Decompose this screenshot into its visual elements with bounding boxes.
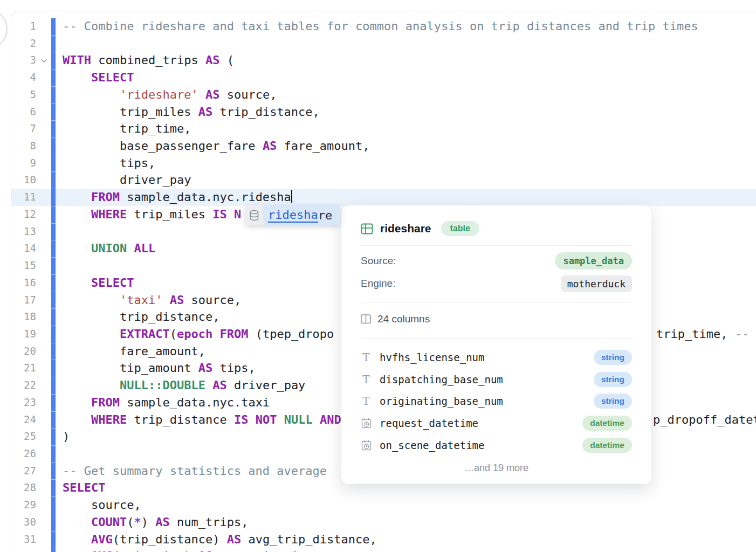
code-text: driver_pay	[56, 171, 756, 189]
code-line[interactable]: 5 'rideshare' AS source,	[11, 86, 756, 104]
calendar-clock-icon	[361, 440, 372, 451]
code-token	[63, 71, 91, 84]
code-token: avg_trip_distance,	[241, 533, 377, 546]
code-fragment: p_dropoff_datet	[653, 411, 756, 429]
code-line[interactable]: 1-- Combine rideshare and taxi tables fo…	[11, 18, 756, 35]
fold-gutter	[36, 274, 51, 292]
code-line[interactable]: 32 AVG(trip_time) AS avg_trip_time,	[11, 548, 756, 552]
column-name: request_datetime	[380, 417, 574, 429]
code-token	[63, 413, 91, 426]
code-line[interactable]: 8 base_passenger_fare AS fare_amount,	[11, 137, 756, 155]
fold-gutter	[36, 445, 51, 463]
popup-header: rideshare table	[361, 219, 632, 238]
code-token: AND	[320, 413, 341, 426]
fold-gutter	[36, 377, 51, 394]
code-token: tips,	[212, 361, 255, 375]
code-token: NULL	[284, 413, 313, 426]
line-number: 19	[11, 326, 36, 343]
line-number: 27	[11, 463, 36, 480]
code-line[interactable]: 9 tips,	[11, 155, 756, 172]
calendar-clock-icon	[361, 418, 372, 429]
divider	[361, 302, 632, 302]
change-indicator-bar	[51, 394, 56, 411]
code-line[interactable]: 30 COUNT(*) AS num_trips,	[11, 514, 756, 531]
code-text: COUNT(*) AS num_trips,	[56, 514, 756, 531]
code-token: base_passenger_fare	[63, 139, 263, 153]
code-token: trip_distance,	[212, 105, 320, 119]
popup-table-title: rideshare	[380, 222, 431, 235]
change-indicator-bar	[51, 171, 56, 189]
code-text: WITH combined_trips AS (	[56, 52, 756, 69]
fold-gutter	[36, 428, 51, 445]
code-token: source,	[63, 498, 141, 512]
code-line[interactable]: 31 AVG(trip_distance) AS avg_trip_distan…	[11, 531, 756, 548]
code-token: SELECT	[91, 71, 134, 84]
code-text: source,	[56, 496, 756, 514]
code-token: FROM	[91, 190, 120, 204]
code-token: (	[127, 515, 134, 529]
code-text: tips,	[56, 155, 756, 172]
code-line[interactable]: 3WITH combined_trips AS (	[11, 52, 756, 69]
line-number: 21	[11, 360, 36, 377]
floating-sidebar-toggle-button[interactable]	[0, 9, 8, 50]
code-token	[63, 378, 120, 392]
line-number: 29	[11, 496, 36, 514]
code-line[interactable]: 11 FROM sample_data.nyc.ridesha	[11, 189, 756, 206]
code-line[interactable]: 2	[11, 35, 756, 52]
line-number: 31	[11, 531, 36, 548]
code-token: avg_trip_time,	[212, 549, 320, 552]
fold-gutter	[36, 514, 51, 531]
code-token: p_dropoff_datet	[653, 413, 756, 426]
code-token: NULL::DOUBLE	[120, 378, 205, 392]
fold-gutter	[36, 292, 51, 309]
code-token: 'taxi'	[120, 293, 162, 307]
code-line[interactable]: 6 trip_miles AS trip_distance,	[11, 104, 756, 121]
code-token: --	[735, 327, 750, 341]
code-text	[56, 35, 756, 52]
change-indicator-bar	[51, 52, 56, 69]
code-token: (tpep_dropo	[248, 327, 334, 341]
code-token: trip_distance,	[63, 310, 219, 323]
code-line[interactable]: 7 trip_time,	[11, 120, 756, 137]
fold-gutter	[36, 326, 51, 343]
table-kind-badge: table	[441, 221, 479, 236]
code-token: AS	[263, 139, 277, 153]
code-token	[127, 242, 134, 255]
code-token: (	[170, 327, 177, 341]
line-number: 5	[11, 86, 36, 104]
code-text: trip_time,	[56, 120, 756, 137]
change-indicator-bar	[51, 206, 56, 223]
code-token: WITH	[63, 53, 91, 67]
code-token	[205, 378, 212, 392]
divider	[361, 245, 632, 246]
code-token: COUNT	[91, 515, 127, 529]
engine-value-badge: motherduck	[561, 275, 632, 292]
column-type-badge: datetime	[582, 438, 632, 453]
code-token: AS	[205, 88, 220, 101]
line-number: 12	[11, 206, 36, 223]
code-line[interactable]: 10 driver_pay	[11, 171, 756, 189]
change-indicator-bar	[51, 479, 56, 496]
fold-gutter	[36, 257, 51, 274]
columns-list: Thvfhs_license_numstringTdispatching_bas…	[361, 347, 632, 456]
autocomplete-suggestion-rideshare[interactable]: rideshare	[263, 205, 340, 225]
fold-chevron-icon[interactable]	[36, 52, 51, 69]
code-token	[63, 88, 120, 101]
fold-gutter	[36, 548, 51, 552]
change-indicator-bar	[51, 69, 56, 86]
change-indicator-bar	[51, 463, 56, 480]
fold-gutter	[36, 104, 51, 121]
code-token	[63, 190, 91, 204]
database-icon	[245, 205, 263, 225]
change-indicator-bar	[51, 35, 56, 52]
code-token	[277, 413, 284, 426]
columns-summary-text: 24 columns	[377, 313, 430, 325]
code-token: driver_pay	[63, 173, 191, 187]
code-token	[63, 396, 91, 409]
code-token: IS	[234, 413, 249, 426]
code-line[interactable]: 29 source,	[11, 496, 756, 514]
code-token: AS	[212, 378, 227, 392]
code-line[interactable]: 4 SELECT	[11, 69, 756, 86]
change-indicator-bar	[51, 308, 56, 326]
column-type-badge: string	[594, 394, 632, 409]
